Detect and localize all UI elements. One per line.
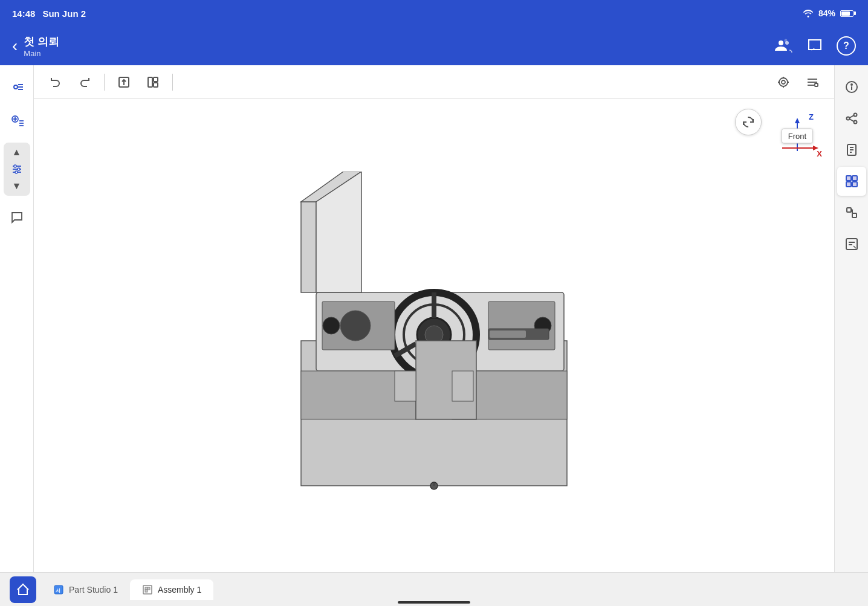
svg-rect-78 bbox=[846, 182, 851, 187]
svg-point-17 bbox=[18, 168, 20, 170]
title-left: ‹ 첫 의뢰 Main bbox=[12, 34, 59, 58]
layout-button[interactable] bbox=[141, 70, 165, 94]
svg-point-18 bbox=[15, 171, 18, 173]
svg-point-67 bbox=[853, 114, 857, 117]
svg-line-71 bbox=[849, 119, 853, 121]
transform-button[interactable] bbox=[837, 198, 866, 227]
help-button[interactable]: ? bbox=[837, 36, 856, 56]
scroll-arrows: ▲ ▼ bbox=[4, 143, 30, 196]
title-bar: ‹ 첫 의뢰 Main ? bbox=[0, 27, 868, 65]
car-dashboard-svg bbox=[283, 172, 585, 498]
svg-rect-81 bbox=[852, 213, 857, 218]
comment-button[interactable] bbox=[5, 205, 29, 230]
home-button[interactable] bbox=[10, 576, 36, 603]
tab-bar: 서 Part Studio 1 Assembly 1 bbox=[0, 572, 868, 606]
document-subtitle: Main bbox=[24, 49, 59, 58]
title-text: 첫 의뢰 Main bbox=[24, 34, 59, 58]
view-toolbar-right-1[interactable] bbox=[771, 70, 795, 94]
wifi-icon bbox=[803, 9, 814, 18]
svg-line-70 bbox=[849, 115, 853, 118]
export-button[interactable] bbox=[112, 70, 136, 94]
battery-icon bbox=[840, 10, 856, 17]
rotate-icon bbox=[741, 115, 756, 129]
assembly-icon bbox=[142, 584, 153, 595]
add-feature-button[interactable] bbox=[5, 109, 29, 133]
document-title: 첫 의뢰 bbox=[24, 34, 59, 49]
svg-rect-76 bbox=[846, 176, 851, 181]
svg-rect-79 bbox=[852, 182, 857, 187]
svg-rect-33 bbox=[815, 83, 818, 86]
x-axis-label: X bbox=[817, 149, 822, 158]
svg-point-24 bbox=[779, 78, 788, 86]
battery-percent: 84% bbox=[818, 8, 835, 18]
main-canvas: Z X Front bbox=[34, 99, 834, 572]
share-button[interactable] bbox=[837, 104, 866, 133]
toolbar-divider-2 bbox=[172, 74, 173, 91]
svg-rect-77 bbox=[852, 176, 857, 181]
z-axis-label: Z bbox=[809, 112, 814, 121]
svg-marker-36 bbox=[301, 202, 316, 292]
back-button[interactable]: ‹ bbox=[12, 36, 18, 56]
svg-rect-23 bbox=[154, 83, 158, 87]
transform-icon bbox=[845, 206, 858, 219]
svg-point-49 bbox=[323, 317, 340, 334]
svg-point-3 bbox=[14, 85, 18, 89]
status-right: 84% bbox=[803, 8, 856, 18]
svg-point-68 bbox=[846, 117, 849, 120]
view-toolbar-right-2[interactable] bbox=[800, 70, 824, 94]
svg-rect-57 bbox=[452, 371, 473, 401]
status-left: 14:48 Sun Jun 2 bbox=[12, 8, 86, 19]
svg-rect-22 bbox=[154, 77, 158, 82]
svg-text:서: 서 bbox=[56, 588, 60, 593]
tab-part-studio[interactable]: 서 Part Studio 1 bbox=[41, 579, 130, 600]
svg-point-25 bbox=[782, 80, 785, 84]
info-icon bbox=[845, 80, 858, 94]
home-icon bbox=[16, 582, 30, 597]
scroll-indicator bbox=[398, 601, 470, 604]
tab-part-studio-label: Part Studio 1 bbox=[69, 585, 118, 595]
toolbar-divider-1 bbox=[104, 74, 105, 91]
svg-point-2 bbox=[785, 39, 788, 42]
svg-rect-91 bbox=[145, 587, 147, 590]
adjust-icon[interactable] bbox=[6, 161, 28, 178]
users-icon[interactable] bbox=[774, 36, 793, 56]
scroll-down-button[interactable]: ▼ bbox=[6, 179, 28, 193]
status-bar: 14:48 Sun Jun 2 84% bbox=[0, 0, 868, 27]
svg-point-69 bbox=[853, 121, 857, 124]
part-studio-icon: 서 bbox=[53, 584, 64, 595]
document-button[interactable] bbox=[837, 135, 866, 164]
info-button[interactable] bbox=[837, 73, 866, 102]
svg-rect-93 bbox=[145, 590, 147, 592]
document-icon bbox=[845, 143, 858, 156]
share-icon bbox=[845, 112, 858, 125]
right-sidebar bbox=[834, 65, 868, 572]
svg-point-0 bbox=[779, 40, 783, 45]
chat-icon[interactable] bbox=[805, 36, 824, 56]
tab-assembly[interactable]: Assembly 1 bbox=[130, 579, 213, 600]
svg-rect-80 bbox=[847, 208, 851, 212]
layers-button[interactable] bbox=[5, 75, 29, 99]
title-right: ? bbox=[774, 36, 856, 56]
orientation-label: Front bbox=[782, 129, 813, 144]
model-area[interactable]: Z X Front bbox=[34, 99, 834, 572]
svg-point-47 bbox=[340, 311, 371, 341]
variables-button[interactable] bbox=[837, 230, 866, 259]
svg-point-66 bbox=[851, 84, 852, 85]
svg-rect-52 bbox=[490, 330, 526, 338]
redo-button[interactable] bbox=[73, 70, 97, 94]
svg-line-87 bbox=[853, 246, 856, 248]
time: 14:48 bbox=[12, 8, 35, 19]
svg-marker-61 bbox=[795, 118, 800, 123]
toolbar bbox=[34, 65, 834, 99]
svg-point-16 bbox=[14, 165, 16, 167]
scroll-up-button[interactable]: ▲ bbox=[6, 145, 28, 160]
orientation-widget: Z X Front bbox=[770, 109, 824, 163]
date: Sun Jun 2 bbox=[42, 8, 86, 19]
parts-icon bbox=[845, 175, 858, 188]
tab-assembly-label: Assembly 1 bbox=[158, 585, 201, 595]
svg-rect-92 bbox=[147, 587, 150, 590]
left-sidebar: ▲ ▼ bbox=[0, 65, 34, 572]
undo-button[interactable] bbox=[44, 70, 68, 94]
parts-button[interactable] bbox=[837, 167, 866, 196]
rotate-button[interactable] bbox=[735, 109, 762, 135]
